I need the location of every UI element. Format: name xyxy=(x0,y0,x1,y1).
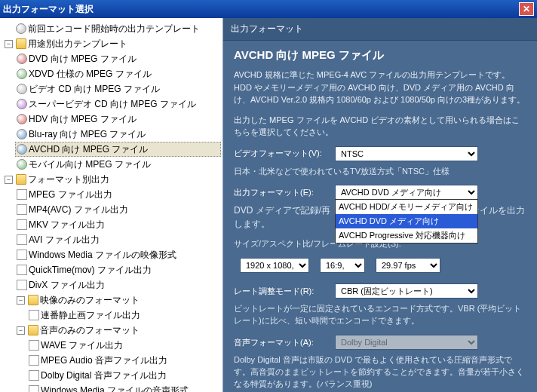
output-format-dropdown: AVCHD HDD/メモリーメディア向け AVCHD DVD メディア向け AV… xyxy=(335,199,478,243)
detail-description: AVCHD 規格に準じた MPEG-4 AVC ファイルの出力用テンプレートです… xyxy=(234,69,526,106)
collapse-icon[interactable]: − xyxy=(17,296,25,305)
doc-icon xyxy=(29,385,39,392)
doc-icon xyxy=(17,234,27,245)
doc-icon xyxy=(17,204,27,215)
template-tree: 前回エンコード開始時の出力テンプレート −用途別出力テンプレート DVD 向け … xyxy=(2,21,221,392)
video-format-label: ビデオフォーマット(V): xyxy=(234,148,329,159)
collapse-icon[interactable]: − xyxy=(5,176,13,184)
disc-icon xyxy=(17,99,27,109)
disc-icon xyxy=(17,69,27,79)
tree-item[interactable]: −用途別出力テンプレート xyxy=(3,36,221,51)
doc-icon xyxy=(17,280,27,290)
tree-item[interactable]: ビデオ CD 向け MPEG ファイル xyxy=(15,81,221,96)
dropdown-option-highlighted[interactable]: AVCHD DVD メディア向け xyxy=(336,214,477,228)
folder-icon xyxy=(16,174,26,185)
video-format-select[interactable]: NTSC xyxy=(335,146,478,161)
audio-format-hint: Dolby Digital 音声は市販の DVD で最もよく使用されている圧縮音… xyxy=(234,354,526,390)
close-button[interactable]: ✕ xyxy=(519,2,534,16)
tree-item[interactable]: DivX ファイル出力 xyxy=(15,277,221,292)
disc-icon xyxy=(17,114,27,124)
tree-item[interactable]: 連番静止画ファイル出力 xyxy=(27,308,221,323)
collapse-icon[interactable]: − xyxy=(5,40,13,48)
dropdown-option[interactable]: AVCHD Progressive 対応機器向け xyxy=(336,228,477,243)
folder-icon xyxy=(28,325,38,335)
tree-item[interactable]: Windows Media ファイルの音声形式 xyxy=(27,383,221,392)
tree-item-selected[interactable]: AVCHD 向け MPEG ファイル xyxy=(15,142,221,157)
tree-panel: 前回エンコード開始時の出力テンプレート −用途別出力テンプレート DVD 向け … xyxy=(0,18,223,392)
disc-icon xyxy=(17,159,27,170)
collapse-icon[interactable]: − xyxy=(17,326,25,335)
audio-format-label: 音声フォーマット(A): xyxy=(234,337,329,348)
disc-icon xyxy=(17,129,27,139)
output-format-select[interactable]: AVCHD DVD メディア向け xyxy=(335,185,478,200)
tree-item[interactable]: MP4(AVC) ファイル出力 xyxy=(15,202,221,217)
video-format-hint: 日本・北米などで使われているTV放送方式「NTSC」仕様 xyxy=(234,166,526,178)
tree-item[interactable]: DVD 向け MPEG ファイル xyxy=(15,51,221,66)
rate-mode-label: レート調整モード(R): xyxy=(234,286,329,297)
tree-item[interactable]: −音声のみのフォーマット xyxy=(15,323,221,338)
doc-icon xyxy=(29,340,39,351)
rate-mode-hint: ビットレートが一定に固定されているエンコード方式です。VBR (平均ビットレート… xyxy=(234,303,526,327)
tree-item[interactable]: XDVD 仕様の MPEG ファイル xyxy=(15,66,221,81)
doc-icon xyxy=(17,189,27,200)
detail-description-2: 出力した MPEG ファイルを AVCHD ビデオの素材として用いられる場合はこ… xyxy=(234,114,526,139)
tree-item[interactable]: スーパービデオ CD 向け MPEG ファイル xyxy=(15,96,221,112)
detail-body: AVCHD 向け MPEG ファイル AVCHD 規格に準じた MPEG-4 A… xyxy=(223,41,537,392)
doc-icon xyxy=(29,370,39,381)
titlebar: 出力フォーマット選択 ✕ xyxy=(0,0,537,18)
tree-item[interactable]: Blu-ray 向け MPEG ファイル xyxy=(15,127,221,142)
fps-select[interactable]: 29.97 fps xyxy=(376,258,440,273)
dropdown-option[interactable]: AVCHD HDD/メモリーメディア向け xyxy=(336,200,477,214)
folder-icon xyxy=(28,295,38,305)
tree-item[interactable]: WAVE ファイル出力 xyxy=(27,338,221,353)
doc-icon xyxy=(29,355,39,366)
disc-icon xyxy=(17,84,27,94)
tree-item[interactable]: Windows Media ファイルの映像形式 xyxy=(15,247,221,262)
tree-item[interactable]: MKV ファイル出力 xyxy=(15,217,221,232)
tree-item[interactable]: −フォーマット別出力 xyxy=(3,172,221,187)
tree-item[interactable]: MPEG Audio 音声ファイル出力 xyxy=(27,353,221,368)
folder-icon xyxy=(16,38,26,49)
size-select[interactable]: 1920 x 1080, xyxy=(240,258,309,273)
tree-item[interactable]: モバイル向け MPEG ファイル xyxy=(15,157,221,172)
tree-item[interactable]: AVI ファイル出力 xyxy=(15,232,221,247)
disc-icon xyxy=(17,144,27,155)
doc-icon xyxy=(29,310,39,320)
tree-item[interactable]: MPEG ファイル出力 xyxy=(15,187,221,202)
detail-title: AVCHD 向け MPEG ファイル xyxy=(234,48,526,63)
tree-item[interactable]: 前回エンコード開始時の出力テンプレート xyxy=(3,21,221,36)
doc-icon xyxy=(17,219,27,230)
disc-icon xyxy=(17,54,27,64)
tree-item[interactable]: −映像のみのフォーマット xyxy=(15,292,221,308)
main-area: 前回エンコード開始時の出力テンプレート −用途別出力テンプレート DVD 向け … xyxy=(0,18,537,392)
doc-icon xyxy=(17,250,27,260)
tree-item[interactable]: QuickTime(mov) ファイル出力 xyxy=(15,262,221,277)
detail-panel: 出力フォーマット AVCHD 向け MPEG ファイル AVCHD 規格に準じた… xyxy=(223,18,537,392)
detail-header: 出力フォーマット xyxy=(223,18,537,41)
rate-mode-select[interactable]: CBR (固定ビットレート) xyxy=(335,283,478,299)
tree-item[interactable]: Dolby Digital 音声ファイル出力 xyxy=(27,368,221,383)
audio-format-select: Dolby Digital xyxy=(335,335,478,350)
output-format-label: 出力フォーマット(E): xyxy=(234,187,329,198)
aspect-select[interactable]: 16:9, xyxy=(320,258,365,273)
tree-item[interactable]: HDV 向け MPEG ファイル xyxy=(15,112,221,127)
disc-icon xyxy=(16,23,26,34)
window-title: 出力フォーマット選択 xyxy=(3,3,519,16)
doc-icon xyxy=(17,265,27,275)
